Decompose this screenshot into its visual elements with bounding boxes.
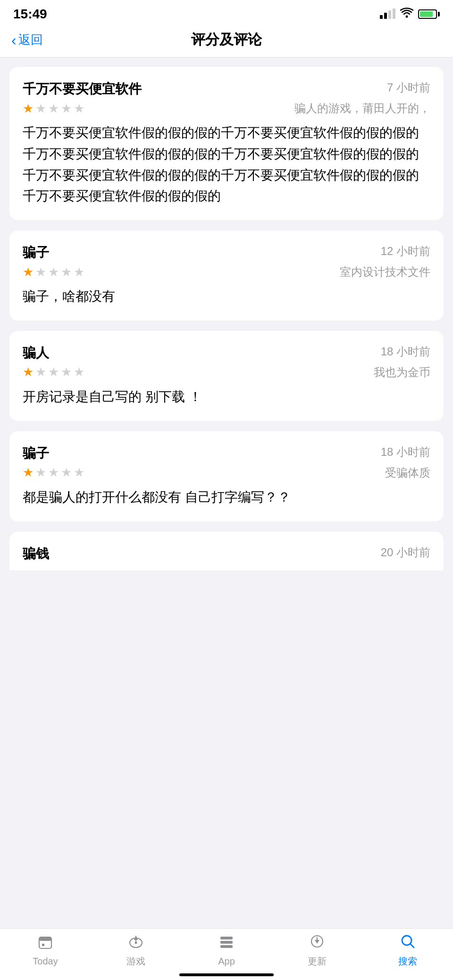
review-stars-3: ★ ★ ★ ★ ★	[23, 465, 84, 480]
partial-review-time: 20 小时前	[381, 545, 430, 560]
svg-marker-5	[134, 935, 138, 940]
review-header-1: 骗子 12 小时前	[23, 244, 430, 262]
review-header-2: 骗人 18 小时前	[23, 344, 430, 362]
star-empty: ★	[74, 365, 84, 379]
reviewer-name-3: 骗子	[23, 445, 49, 462]
star-empty: ★	[61, 465, 72, 480]
tab-updates[interactable]: 更新	[289, 933, 345, 968]
search-icon	[400, 933, 416, 953]
svg-rect-9	[220, 941, 233, 944]
svg-rect-3	[42, 944, 44, 946]
star-empty: ★	[74, 101, 84, 116]
partial-review-card: 骗钱 20 小时前	[9, 532, 444, 570]
home-indicator	[179, 973, 274, 976]
star-filled: ★	[23, 365, 34, 379]
back-label: 返回	[18, 32, 43, 48]
svg-point-14	[402, 936, 411, 945]
games-icon	[128, 933, 144, 953]
star-empty: ★	[61, 101, 72, 116]
signal-icon	[380, 9, 395, 19]
partial-reviewer-name: 骗钱	[23, 545, 49, 563]
page-title: 评分及评论	[68, 30, 385, 49]
status-icons	[380, 8, 440, 21]
tab-app-label: App	[218, 956, 235, 967]
review-card-2: 骗人 18 小时前 ★ ★ ★ ★ ★ 我也为金币 开房记录是自己写的 别下载 …	[9, 331, 444, 421]
star-empty: ★	[48, 365, 59, 379]
star-empty: ★	[74, 465, 84, 480]
reviewer-name-1: 骗子	[23, 244, 49, 262]
review-stars-1: ★ ★ ★ ★ ★	[23, 265, 84, 280]
review-time-0: 7 小时前	[387, 80, 430, 95]
battery-icon	[418, 9, 440, 19]
nav-bar: ‹ 返回 评分及评论	[0, 25, 453, 58]
updates-icon	[309, 933, 325, 953]
reviews-content: 千万不要买便宜软件 7 小时前 ★ ★ ★ ★ ★ 骗人的游戏，莆田人开的， 千…	[0, 58, 453, 632]
review-time-1: 12 小时前	[381, 244, 430, 259]
star-filled: ★	[23, 465, 34, 480]
tab-today-label: Today	[33, 956, 58, 967]
status-bar: 15:49	[0, 0, 453, 25]
star-empty: ★	[35, 365, 46, 379]
tab-bar: Today 游戏 App	[0, 928, 453, 980]
tab-updates-label: 更新	[308, 955, 327, 968]
tab-search-label: 搜索	[398, 955, 417, 968]
tab-search[interactable]: 搜索	[379, 933, 436, 968]
star-filled: ★	[23, 101, 34, 116]
status-time: 15:49	[13, 7, 47, 22]
svg-point-7	[135, 942, 137, 944]
star-empty: ★	[48, 265, 59, 280]
star-filled: ★	[23, 265, 34, 280]
review-card-3: 骗子 18 小时前 ★ ★ ★ ★ ★ 受骗体质 都是骗人的打开什么都没有 自己…	[9, 431, 444, 521]
tab-app[interactable]: App	[198, 934, 255, 967]
svg-line-15	[411, 944, 414, 947]
svg-rect-10	[220, 945, 233, 948]
review-subtitle-3: 受骗体质	[385, 465, 430, 480]
review-content-3: 都是骗人的打开什么都没有 自己打字编写？？	[23, 487, 430, 508]
review-header-3: 骗子 18 小时前	[23, 445, 430, 462]
review-meta-3: ★ ★ ★ ★ ★ 受骗体质	[23, 465, 430, 480]
review-header-0: 千万不要买便宜软件 7 小时前	[23, 80, 430, 98]
back-chevron-icon: ‹	[11, 33, 17, 48]
review-subtitle-1: 室内设计技术文件	[340, 264, 430, 280]
star-empty: ★	[35, 101, 46, 116]
star-empty: ★	[35, 265, 46, 280]
today-icon	[37, 934, 53, 954]
svg-rect-8	[220, 937, 233, 939]
star-empty: ★	[35, 465, 46, 480]
wifi-icon	[400, 8, 413, 21]
review-meta-2: ★ ★ ★ ★ ★ 我也为金币	[23, 365, 430, 380]
svg-rect-2	[39, 937, 51, 941]
review-meta-1: ★ ★ ★ ★ ★ 室内设计技术文件	[23, 264, 430, 280]
review-content-0: 千万不要买便宜软件假的假的假的千万不要买便宜软件假的假的假的千万不要买便宜软件假…	[23, 123, 430, 207]
svg-point-0	[406, 16, 408, 18]
star-empty: ★	[74, 265, 84, 280]
review-time-3: 18 小时前	[381, 445, 430, 460]
review-stars-2: ★ ★ ★ ★ ★	[23, 365, 84, 379]
tab-games-label: 游戏	[126, 955, 145, 968]
review-content-2: 开房记录是自己写的 别下载 ！	[23, 387, 430, 408]
star-empty: ★	[61, 365, 72, 379]
star-empty: ★	[48, 465, 59, 480]
tab-today[interactable]: Today	[17, 934, 74, 967]
review-time-2: 18 小时前	[381, 344, 430, 359]
review-stars-0: ★ ★ ★ ★ ★	[23, 101, 84, 116]
review-subtitle-2: 我也为金币	[374, 365, 430, 380]
app-icon	[218, 934, 235, 954]
star-empty: ★	[61, 265, 72, 280]
review-meta-0: ★ ★ ★ ★ ★ 骗人的游戏，莆田人开的，	[23, 101, 430, 116]
review-content-1: 骗子，啥都没有	[23, 286, 430, 307]
review-card-0: 千万不要买便宜软件 7 小时前 ★ ★ ★ ★ ★ 骗人的游戏，莆田人开的， 千…	[9, 67, 444, 220]
star-empty: ★	[48, 101, 59, 116]
reviewer-name-0: 千万不要买便宜软件	[23, 80, 142, 98]
back-button[interactable]: ‹ 返回	[11, 32, 68, 48]
svg-marker-12	[315, 940, 319, 944]
review-subtitle-0: 骗人的游戏，莆田人开的，	[294, 101, 430, 116]
review-card-1: 骗子 12 小时前 ★ ★ ★ ★ ★ 室内设计技术文件 骗子，啥都没有	[9, 231, 444, 321]
partial-review-header: 骗钱 20 小时前	[23, 545, 430, 563]
reviewer-name-2: 骗人	[23, 344, 49, 362]
tab-games[interactable]: 游戏	[108, 933, 164, 968]
